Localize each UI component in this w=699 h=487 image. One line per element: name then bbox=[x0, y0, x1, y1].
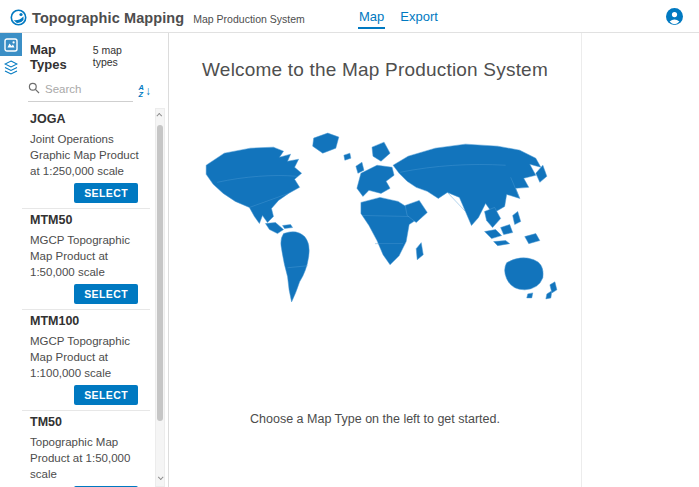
nav-tab-map[interactable]: Map bbox=[358, 4, 385, 29]
map-type-list: JOGA Joint Operations Graphic Map Produc… bbox=[22, 108, 168, 487]
map-type-description: Joint Operations Graphic Map Product at … bbox=[30, 131, 150, 179]
map-type-count: 5 map types bbox=[93, 44, 147, 68]
search-input[interactable] bbox=[45, 83, 115, 95]
scrollbar-thumb[interactable] bbox=[157, 125, 163, 421]
map-tasmania bbox=[527, 293, 533, 298]
search-icon bbox=[28, 80, 40, 98]
globe-logo-icon bbox=[10, 9, 27, 30]
map-type-description: MGCP Topographic Map Product at 1:100,00… bbox=[30, 333, 150, 381]
map-java bbox=[494, 241, 510, 246]
sort-az-icon[interactable]: A Z ↓ bbox=[139, 84, 151, 98]
map-type-name: JOGA bbox=[30, 112, 150, 127]
search-row: A Z ↓ bbox=[28, 80, 151, 102]
select-button[interactable]: SELECT bbox=[74, 183, 138, 203]
map-sumatra bbox=[485, 230, 502, 239]
world-map-image bbox=[184, 117, 566, 318]
map-madagascar bbox=[416, 243, 423, 260]
map-scandinavia bbox=[372, 142, 390, 161]
select-button[interactable]: SELECT bbox=[74, 284, 138, 304]
welcome-title: Welcome to the Map Production System bbox=[202, 59, 548, 81]
content-row: Map Types 5 map types A Z bbox=[0, 33, 699, 487]
map-new-zealand bbox=[546, 282, 557, 299]
map-cuba bbox=[283, 225, 293, 229]
main-area: Welcome to the Map Production System bbox=[169, 33, 582, 487]
app-title: Topographic Mapping bbox=[32, 10, 184, 26]
map-borneo bbox=[501, 225, 513, 235]
map-philippines bbox=[513, 211, 521, 224]
map-new-guinea bbox=[525, 234, 540, 244]
scroll-up-icon[interactable] bbox=[156, 109, 164, 121]
map-north-america bbox=[206, 147, 301, 223]
map-australia bbox=[505, 258, 543, 290]
user-avatar-icon[interactable] bbox=[666, 8, 683, 25]
list-scrollbar[interactable] bbox=[155, 108, 165, 487]
map-type-item-tm50: TM50 Topographic Map Product at 1:50,000… bbox=[22, 411, 150, 487]
scroll-down-icon[interactable] bbox=[156, 472, 164, 484]
app-header: Topographic Mapping Map Production Syste… bbox=[0, 0, 699, 33]
sort-arrow-glyph: ↓ bbox=[145, 85, 151, 97]
map-type-name: MTM50 bbox=[30, 213, 150, 228]
map-type-name: MTM100 bbox=[30, 314, 150, 329]
right-panel-area bbox=[582, 33, 699, 487]
item-actions: SELECT bbox=[30, 284, 150, 304]
item-actions: SELECT bbox=[30, 183, 150, 203]
search-box bbox=[28, 80, 133, 102]
map-greenland bbox=[313, 133, 339, 153]
map-japan bbox=[536, 165, 547, 182]
map-type-item-mtm50: MTM50 MGCP Topographic Map Product at 1:… bbox=[22, 209, 150, 310]
brand: Topographic Mapping Map Production Syste… bbox=[10, 6, 305, 27]
panel-header: Map Types 5 map types bbox=[22, 33, 168, 76]
app-subtitle: Map Production System bbox=[193, 13, 304, 25]
map-iceland bbox=[344, 153, 351, 160]
map-type-name: TM50 bbox=[30, 415, 150, 430]
app-window: Topographic Mapping Map Production Syste… bbox=[0, 0, 699, 487]
sort-az-letters: A Z bbox=[139, 84, 144, 98]
map-central-america bbox=[265, 223, 283, 234]
map-uk bbox=[356, 162, 364, 173]
panel-title: Map Types bbox=[30, 42, 93, 72]
nav-tab-export[interactable]: Export bbox=[399, 4, 439, 29]
action-bar bbox=[0, 33, 22, 487]
map-types-panel: Map Types 5 map types A Z bbox=[22, 33, 169, 487]
select-button[interactable]: SELECT bbox=[74, 385, 138, 405]
map-type-item-joga: JOGA Joint Operations Graphic Map Produc… bbox=[22, 108, 150, 209]
top-nav: Map Export bbox=[358, 0, 439, 33]
map-type-description: Topographic Map Product at 1:50,000 scal… bbox=[30, 434, 150, 482]
map-types-icon[interactable] bbox=[0, 33, 22, 56]
instruction-text: Choose a Map Type on the left to get sta… bbox=[250, 412, 500, 426]
item-actions: SELECT bbox=[30, 385, 150, 405]
map-type-description: MGCP Topographic Map Product at 1:50,000… bbox=[30, 232, 150, 280]
map-type-item-mtm100: MTM100 MGCP Topographic Map Product at 1… bbox=[22, 310, 150, 411]
layers-icon[interactable] bbox=[0, 56, 22, 79]
